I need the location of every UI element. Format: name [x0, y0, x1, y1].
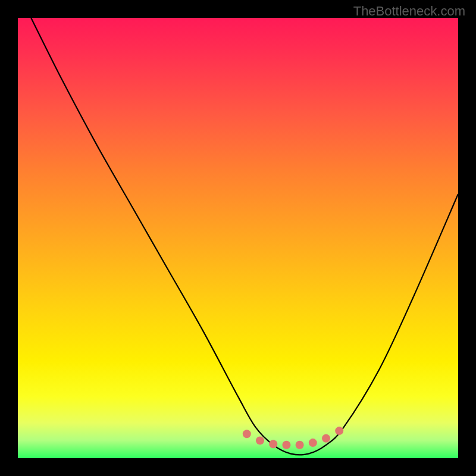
marker-dot [243, 430, 251, 438]
marker-dot [269, 440, 277, 448]
marker-dot [296, 441, 304, 449]
marker-dot [256, 436, 264, 444]
bottleneck-curve-svg [18, 18, 458, 458]
marker-dot [309, 439, 317, 447]
curve-path [31, 18, 458, 455]
chart-plot-area [18, 18, 458, 458]
marker-dot [282, 441, 290, 449]
marker-dot [335, 427, 343, 435]
watermark-text: TheBottleneck.com [353, 4, 465, 19]
marker-dot [322, 434, 330, 443]
